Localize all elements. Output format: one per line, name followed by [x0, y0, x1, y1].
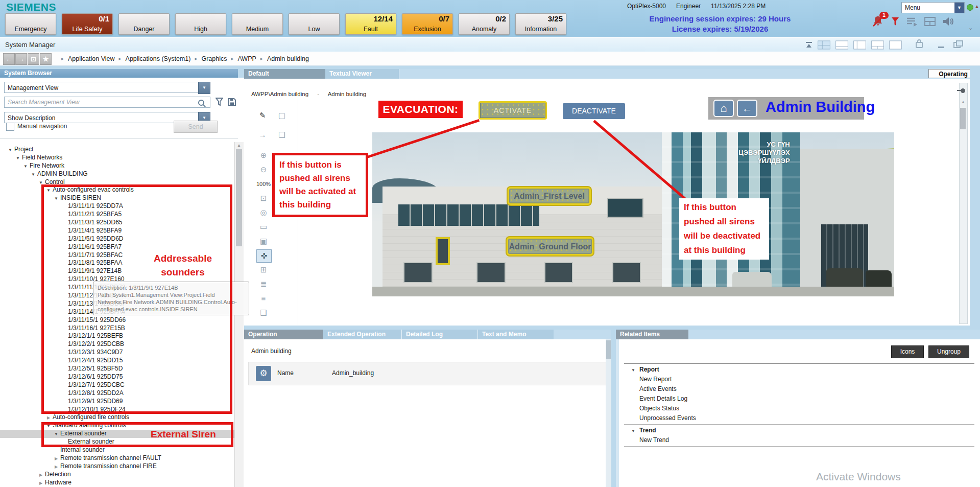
chevron-down-icon[interactable]: ▼ [198, 82, 210, 94]
lock-icon[interactable] [916, 42, 923, 48]
tab-text-and-memo[interactable]: Text and Memo [477, 330, 554, 339]
related-item[interactable]: Unprocessed Events [624, 413, 974, 423]
tree-item[interactable]: Internal sounder [0, 446, 234, 454]
tree-item[interactable]: ▼INSIDE SIREN [0, 194, 234, 202]
breadcrumb-item[interactable]: Graphics [201, 55, 227, 62]
tree-expander-icon[interactable]: ▼ [29, 171, 37, 179]
tree-item[interactable]: 1/3/12/6/1 925DD75 [0, 373, 234, 381]
tree-item[interactable]: ▼Field Networks [0, 154, 234, 162]
tree-expander-icon[interactable]: ▼ [6, 146, 14, 154]
marquee-icon[interactable]: ▢ [275, 109, 289, 122]
related-group-trend[interactable]: ▼Trend [624, 426, 974, 435]
tree-expander-icon[interactable]: ▼ [21, 163, 30, 171]
filter-icon[interactable] [891, 16, 900, 29]
zoom-area-icon[interactable]: ▣ [256, 235, 271, 247]
tree-item[interactable]: 1/3/12/1/1 925BEFB [0, 332, 234, 340]
chevron-down-icon[interactable]: ▼ [954, 3, 964, 13]
tree-expander-icon[interactable]: ▼ [44, 422, 53, 430]
tree-item[interactable]: 1/3/11/16/1 927E15B [0, 324, 234, 333]
scrollbar-thumb[interactable] [236, 149, 242, 246]
tree-item[interactable]: 1/3/12/10/1 925DF24 [0, 406, 234, 414]
zoom-level[interactable]: 100% [256, 178, 271, 190]
tab-extended-operation[interactable]: Extended Operation [323, 330, 401, 339]
tree-expander-icon[interactable]: ▶ [37, 479, 45, 487]
tree-item[interactable]: ▼Auto-configured evac controls [0, 186, 234, 194]
tree-expander-icon[interactable]: ▶ [52, 455, 60, 463]
alarm-button-exclusion[interactable]: 0/7Exclusion [402, 13, 453, 35]
tree-item[interactable]: 1/3/12/3/1 934C9D7 [0, 349, 234, 357]
alarm-button-anomaly[interactable]: 0/2Anomaly [459, 13, 510, 35]
alarm-button-danger[interactable]: Danger [118, 13, 170, 35]
group-expander-icon[interactable]: ▼ [624, 365, 639, 375]
alarm-button-high[interactable]: High [175, 13, 226, 35]
expand-icon[interactable]: ⊞ [256, 264, 271, 276]
save-icon[interactable] [228, 98, 236, 108]
tree-item[interactable]: ▼Project [0, 146, 234, 154]
breadcrumb-item[interactable]: AWPP [237, 55, 256, 62]
restore-window-icon[interactable] [953, 42, 961, 48]
view-dropdown[interactable]: Management View ▼ [4, 82, 210, 93]
tree-item[interactable]: ▶Detection [0, 471, 234, 479]
tree-item[interactable]: 1/3/11/4/1 925BFA9 [0, 227, 234, 235]
tree-item[interactable]: 1/3/11/5/1 925DD6D [0, 235, 234, 243]
layout-split-icon[interactable] [871, 40, 885, 50]
alarm-muted-bell-icon[interactable]: 1 [871, 15, 885, 30]
ungroup-button[interactable]: Ungroup [928, 345, 969, 358]
tree-expander-icon[interactable]: ▼ [14, 154, 22, 163]
alarm-button-life-safety[interactable]: 0/1Life Safety [62, 13, 113, 35]
related-item[interactable]: Active Events [624, 384, 974, 394]
send-button[interactable]: Send [174, 121, 218, 133]
tree-item[interactable]: 1/3/12/4/1 925DD15 [0, 357, 234, 365]
breadcrumb-item[interactable]: Application View [68, 55, 115, 62]
tree-item[interactable]: 1/3/11/6/1 925BFA7 [0, 243, 234, 251]
alarm-button-fault[interactable]: 12/14Fault [345, 13, 396, 35]
speaker-icon[interactable] [942, 16, 954, 29]
tree-item[interactable]: 1/3/11/1/1 925DD7A [0, 202, 234, 211]
scroll-up-icon[interactable]: ▲ [237, 143, 241, 148]
tree-item[interactable]: ▼Fire Network [0, 162, 234, 170]
related-item[interactable]: New Trend [624, 435, 974, 445]
tree-item[interactable]: 1/3/12/8/1 925DD2A [0, 389, 234, 398]
breadcrumb-item[interactable]: Admin building [267, 55, 309, 62]
tree-item[interactable]: 1/3/11/3/1 925DD65 [0, 219, 234, 227]
layout-left-icon[interactable] [853, 40, 867, 50]
zoom-out-icon[interactable]: ⊖ [256, 164, 271, 176]
favorites-star-button[interactable]: ★ [40, 53, 52, 65]
tree-item[interactable]: ▶Remote transmission channel FIRE [0, 462, 234, 471]
tab-textual-viewer[interactable]: Textual Viewer [325, 69, 399, 79]
home-icon[interactable]: ⌂ [713, 100, 734, 117]
tab-operation[interactable]: Operation [244, 330, 323, 339]
tree-item[interactable]: 1/3/12/7/1 925DCBC [0, 381, 234, 389]
alarm-button-information[interactable]: 3/25Information [515, 13, 566, 35]
manual-navigation-checkbox[interactable] [6, 123, 14, 131]
tree-expander-icon[interactable]: ▶ [52, 463, 60, 471]
tree-item[interactable]: ▶Remote transmission channel FAULT [0, 454, 234, 462]
graphics-scrollbar[interactable]: ▲ [959, 83, 968, 324]
tree-item[interactable]: 1/3/11/2/1 925BFA5 [0, 211, 234, 219]
inspect-icon[interactable]: ◎ [256, 206, 271, 219]
tree-expander-icon[interactable]: ▼ [44, 187, 53, 195]
layout-bottom-icon[interactable] [835, 40, 849, 50]
minimize-icon[interactable] [938, 47, 944, 48]
tree-item[interactable]: ▶Hardware [0, 479, 234, 487]
forward-icon[interactable]: → [255, 129, 270, 141]
alarm-button-medium[interactable]: Medium [232, 13, 283, 35]
center-view-icon[interactable]: ⊡ [256, 192, 271, 204]
copy-icon[interactable]: ❏ [275, 129, 289, 141]
alarm-button-emergency[interactable]: Emergency [5, 13, 56, 35]
related-group-report[interactable]: ▼Report [624, 365, 974, 375]
tab-detailed-log[interactable]: Detailed Log [401, 330, 477, 339]
tree-expander-icon[interactable]: ▼ [37, 179, 45, 187]
forward-button[interactable]: → [15, 53, 27, 65]
deactivate-button[interactable]: DEACTIVATE [563, 103, 625, 119]
tree-expander-icon[interactable]: ▶ [44, 414, 53, 422]
tab-related-items[interactable]: Related Items [616, 330, 688, 339]
group-expander-icon[interactable]: ▼ [624, 426, 639, 436]
related-item[interactable]: Objects Status [624, 404, 974, 413]
collapse-panel-icon[interactable] [805, 41, 813, 49]
layers-icon[interactable]: ≣ [256, 278, 271, 290]
property-row[interactable]: ⚙ Name Admin_building [248, 362, 609, 385]
menu-lines-icon[interactable]: ≡ [256, 292, 271, 305]
operation-scrollbar[interactable] [606, 339, 611, 487]
related-item[interactable]: New Report [624, 375, 974, 384]
